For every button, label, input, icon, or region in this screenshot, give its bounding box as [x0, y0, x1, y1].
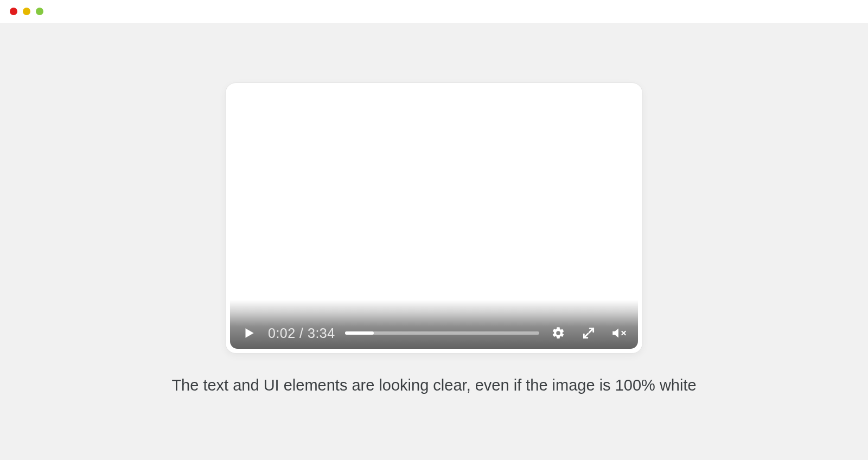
timecode: 0:02 / 3:34 [268, 325, 335, 341]
controls-overlay: 0:02 / 3:34 [230, 300, 638, 349]
controls-bar: 0:02 / 3:34 [230, 324, 638, 349]
settings-button[interactable] [549, 324, 567, 342]
duration: 3:34 [308, 325, 335, 341]
caption-text: The text and UI elements are looking cle… [171, 376, 696, 394]
video-canvas[interactable]: 0:02 / 3:34 [230, 87, 638, 349]
volume-muted-icon [611, 326, 627, 340]
fullscreen-icon [582, 326, 596, 340]
fullscreen-button[interactable] [579, 324, 598, 342]
play-icon [242, 326, 256, 340]
time-separator: / [296, 325, 308, 341]
window-maximize-button[interactable] [36, 8, 43, 15]
video-player: 0:02 / 3:34 [225, 82, 643, 354]
right-controls [549, 324, 628, 342]
play-button[interactable] [240, 324, 258, 342]
progress-fill [345, 331, 374, 335]
page-body: 0:02 / 3:34 [0, 23, 868, 460]
window-close-button[interactable] [10, 8, 17, 15]
window-minimize-button[interactable] [23, 8, 30, 15]
progress-bar[interactable] [345, 331, 539, 335]
mute-button[interactable] [610, 324, 628, 342]
gear-icon [551, 326, 565, 340]
current-time: 0:02 [268, 325, 296, 341]
window-titlebar [0, 0, 868, 23]
